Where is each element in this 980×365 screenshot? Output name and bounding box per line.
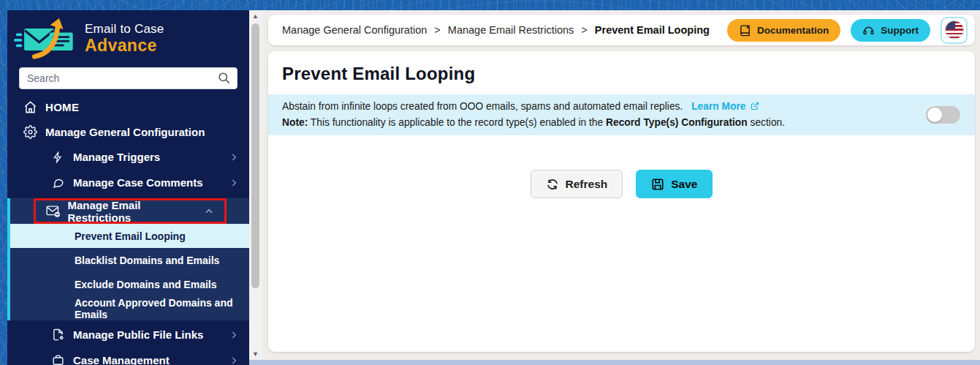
toggle-knob: [927, 108, 942, 122]
sidebar-item-manage-email-restrictions[interactable]: Manage Email Restrictions: [34, 198, 227, 224]
sidebar-item-case-management[interactable]: Case Management: [7, 347, 249, 365]
note-label: Note:: [282, 117, 308, 128]
external-link-icon: [751, 100, 759, 116]
learn-more-link[interactable]: Learn More: [691, 101, 759, 112]
feature-toggle[interactable]: [926, 106, 960, 124]
book-plus-icon: [739, 24, 751, 37]
logo-line2: Advance: [85, 37, 164, 55]
sidebar-item-manage-triggers[interactable]: Manage Triggers: [7, 144, 249, 170]
refresh-icon: [546, 178, 559, 191]
learn-more-label: Learn More: [691, 101, 745, 112]
logo-line1: Email to Case: [85, 23, 164, 37]
sidebar-item-label: Manage General Configuration: [45, 126, 205, 138]
home-icon: [22, 100, 38, 114]
banner-note: Note: This functionality is applicable t…: [282, 116, 785, 131]
sidebar-item-exclude-domains-and-emails[interactable]: Exclude Domains and Emails: [10, 272, 249, 296]
scroll-up-arrow-icon[interactable]: ▲: [249, 10, 262, 22]
search-input[interactable]: [19, 67, 238, 89]
save-icon: [651, 178, 664, 191]
breadcrumb-separator: >: [434, 24, 440, 36]
sidebar-item-manage-general-configuration[interactable]: Manage General Configuration: [7, 119, 249, 144]
horizontal-scrollbar[interactable]: [249, 360, 980, 365]
sidebar-item-account-approved-domains-and-emails[interactable]: Account Approved Domains and Emails: [10, 296, 249, 320]
refresh-button[interactable]: Refresh: [531, 170, 623, 198]
scroll-down-arrow-icon[interactable]: ▼: [249, 348, 262, 360]
support-button[interactable]: Support: [851, 19, 930, 42]
breadcrumb-part[interactable]: Manage General Configuration: [282, 24, 427, 36]
gear-icon: [22, 125, 38, 139]
breadcrumb-part[interactable]: Manage Email Restrictions: [448, 24, 574, 36]
headset-icon: [862, 24, 875, 37]
sidebar-item-label: Manage Public File Links: [73, 328, 203, 341]
sidebar-item-label: Manage Email Restrictions: [67, 199, 204, 224]
documentation-button[interactable]: Documentation: [727, 19, 840, 42]
breadcrumb-bar: Manage General Configuration > Manage Em…: [268, 15, 975, 45]
sidebar-item-label: Manage Case Comments: [73, 176, 203, 189]
language-flag-button[interactable]: [941, 17, 968, 44]
file-gear-icon: [50, 328, 66, 341]
page-card: Prevent Email Looping Abstain from infin…: [268, 51, 975, 352]
sidebar-item-home[interactable]: HOME: [7, 95, 249, 119]
sidebar-item-manage-case-comments[interactable]: Manage Case Comments: [7, 170, 249, 195]
sidebar-item-blacklist-domains-and-emails[interactable]: Blacklist Domains and Emails: [10, 248, 249, 272]
note-bold-text: Record Type(s) Configuration: [606, 117, 748, 128]
email-to-case-logo-icon: [13, 17, 80, 61]
info-banner: Abstain from infinite loops created from…: [268, 94, 975, 135]
lightning-icon: [50, 151, 66, 163]
sidebar-item-label: Prevent Email Looping: [75, 230, 186, 242]
sidebar-item-prevent-email-looping[interactable]: Prevent Email Looping: [10, 224, 249, 248]
scrollbar-thumb[interactable]: [251, 23, 259, 288]
main-content: Manage General Configuration > Manage Em…: [262, 10, 980, 360]
page-title: Prevent Email Looping: [268, 51, 975, 94]
app-logo: Email to Case Advance: [7, 10, 249, 63]
banner-description-line: Abstain from infinite loops created from…: [282, 99, 785, 116]
breadcrumb-current: Prevent Email Looping: [595, 24, 710, 36]
save-button-label: Save: [671, 178, 697, 191]
support-button-label: Support: [881, 25, 919, 36]
documentation-button-label: Documentation: [757, 25, 829, 36]
breadcrumb: Manage General Configuration > Manage Em…: [282, 24, 710, 36]
sidebar: Email to Case Advance HOME: [7, 10, 249, 365]
chevron-up-icon: [204, 206, 214, 217]
chevron-right-icon: [229, 355, 239, 365]
banner-description: Abstain from infinite loops created from…: [282, 101, 683, 112]
chevron-right-icon: [229, 178, 239, 188]
sidebar-item-label: Manage Triggers: [73, 151, 160, 163]
note-text-before: This functionality is applicable to the …: [308, 117, 606, 128]
chevron-right-icon: [229, 330, 239, 340]
sidebar-item-manage-public-file-links[interactable]: Manage Public File Links: [7, 322, 249, 347]
chevron-right-icon: [229, 152, 239, 162]
search-icon[interactable]: [217, 71, 231, 85]
sidebar-item-label: Exclude Domains and Emails: [75, 279, 217, 290]
note-text-after: section.: [748, 117, 785, 128]
chat-bubble-icon: [50, 176, 66, 189]
sidebar-item-label: HOME: [45, 101, 79, 113]
sidebar-item-label: Case Management: [73, 354, 170, 365]
email-restriction-icon: [45, 205, 61, 218]
sidebar-item-label: Account Approved Domains and Emails: [75, 297, 249, 320]
us-flag-icon: [945, 20, 964, 39]
email-restrictions-section: Manage Email Restrictions Prevent Email …: [7, 198, 249, 320]
sidebar-item-label: Blacklist Domains and Emails: [75, 255, 219, 266]
save-button[interactable]: Save: [636, 170, 713, 198]
vertical-scrollbar[interactable]: ▲ ▼: [249, 10, 262, 360]
breadcrumb-separator: >: [581, 24, 587, 36]
refresh-button-label: Refresh: [566, 178, 608, 191]
briefcase-icon: [50, 354, 66, 365]
